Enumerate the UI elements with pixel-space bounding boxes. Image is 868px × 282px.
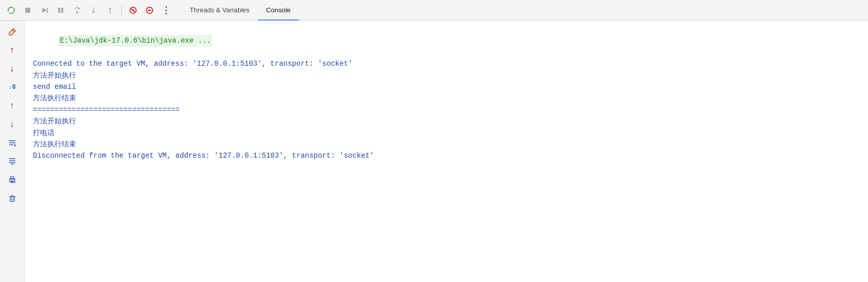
svg-line-17 [12,30,14,32]
svg-rect-5 [61,8,63,13]
list-icon[interactable] [4,135,21,151]
main-area: ↑ ↓ ↓8 ↑ ↓ [0,21,868,282]
svg-marker-10 [92,11,95,13]
delete-icon[interactable] [4,190,21,206]
console-line-method-end-1: 方法执行结束 [33,92,860,104]
down-blue-icon[interactable]: ↓ [4,116,21,133]
console-line-method-start-1: 方法开始执行 [33,70,860,81]
list-down-icon[interactable] [4,153,21,170]
tab-threads-variables[interactable]: Threads & Variables [181,0,258,21]
edit-icon[interactable] [4,24,21,40]
console-line-method-start-2: 方法开始执行 [33,116,860,127]
pause-button[interactable] [53,3,68,17]
console-line-separator: ================================== [33,104,860,116]
svg-rect-3 [47,8,48,13]
resume-button[interactable] [37,3,51,17]
console-line-connected: Connected to the target VM, address: '12… [33,58,860,69]
svg-rect-1 [25,8,30,13]
step-out-button[interactable] [103,3,117,17]
stop-button[interactable] [21,3,35,17]
print-icon[interactable] [4,172,21,188]
tab-console[interactable]: Console [258,0,299,21]
step-over-button[interactable] [70,3,84,17]
tab-bar: Threads & Variables Console [181,0,299,20]
clear-button[interactable] [142,3,157,17]
svg-rect-4 [58,8,60,13]
svg-line-14 [132,9,135,12]
svg-marker-21 [14,144,16,147]
down-num-icon[interactable]: ↓8 [4,79,21,96]
svg-marker-12 [108,7,112,9]
left-sidebar: ↑ ↓ ↓8 ↑ ↓ [0,21,25,282]
svg-marker-8 [76,12,79,14]
up-blue-icon[interactable]: ↑ [4,98,21,114]
down-red-icon[interactable]: ↓ [4,61,21,77]
toolbar: ⋮ Threads & Variables Console [0,0,868,21]
console-line-send-email: send email [33,81,860,92]
console-line-phone-call: 打电话 [33,127,860,139]
svg-rect-29 [10,197,14,201]
step-into-button[interactable] [86,3,101,17]
svg-marker-25 [11,164,13,165]
console-output: E:\Java\jdk-17.0.6\bin\java.exe ... Conn… [25,21,868,282]
stop-red-button[interactable] [126,3,140,17]
svg-rect-28 [11,181,14,182]
svg-marker-2 [42,8,47,13]
more-button[interactable]: ⋮ [159,3,173,17]
up-red-icon[interactable]: ↑ [4,42,21,59]
console-line-disconnected: Disconnected from the target VM, address… [33,150,860,161]
console-line-java-path: E:\Java\jdk-17.0.6\bin\java.exe ... [33,24,860,58]
toolbar-separator [121,5,122,15]
console-line-method-end-2: 方法执行结束 [33,139,860,150]
rerun-button[interactable] [4,3,19,17]
